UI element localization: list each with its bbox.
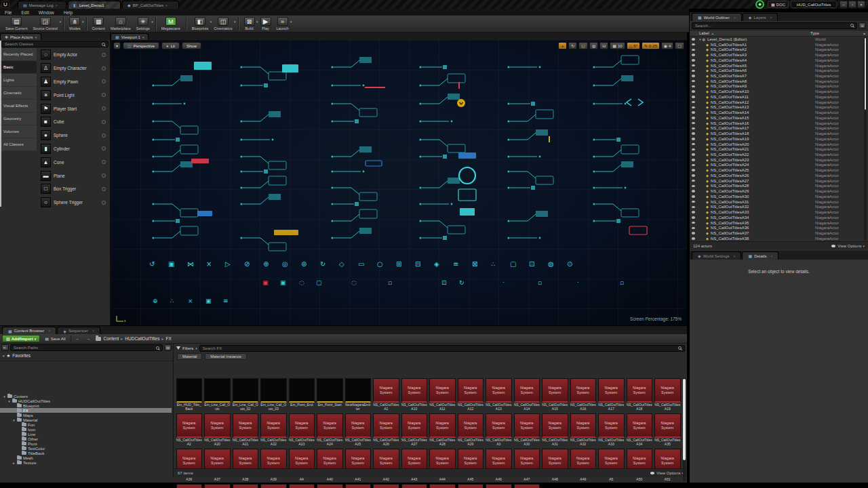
viewport-options-button[interactable]: ▾ — [113, 42, 121, 49]
sources-toggle-button[interactable]: ⇤ — [1, 344, 9, 351]
eye-icon[interactable] — [692, 180, 695, 182]
outliner-settings-button[interactable]: ⊞ — [859, 22, 866, 29]
asset-tile[interactable]: NiagaraSystemNS_CallOutTitlesA48 — [541, 448, 570, 483]
menu-help[interactable]: Help — [59, 10, 77, 15]
left-scrollbar[interactable] — [0, 41, 1, 207]
asset-tile[interactable]: NiagaraSystemNS_CallOutTitlesA43 — [400, 448, 429, 483]
play-button[interactable]: ▶Play — [258, 16, 274, 32]
asset-scrollbar[interactable] — [683, 378, 686, 481]
menu-window[interactable]: Window — [34, 10, 59, 15]
outliner-row[interactable]: ◆NS_CallOutTitlesA18NiagaraActor — [690, 131, 868, 136]
lit-button[interactable]: ●Lit — [161, 42, 180, 49]
eye-icon[interactable] — [692, 211, 695, 214]
category-lights[interactable]: Lights — [0, 74, 37, 87]
outliner-row[interactable]: ◆NS_CallOutTitlesA14NiagaraActor — [690, 110, 868, 115]
column-label[interactable]: Label — [690, 31, 709, 35]
asset-tile[interactable]: NiagaraSystemNS_CallOutTitlesA33 — [597, 413, 626, 447]
asset-tile[interactable]: Em_Line_Call_Outs_03 — [260, 378, 288, 412]
outliner-row[interactable]: ◆NS_CallOutTitlesA8NiagaraActor — [690, 79, 868, 84]
asset-tile[interactable]: NiagaraSystemNS_CallOutTitlesA37 — [203, 448, 232, 483]
asset-tile[interactable]: NiagaraSystemNS_CallOutTitlesA31 — [541, 413, 570, 447]
eye-icon[interactable] — [692, 54, 695, 56]
asset-tile[interactable]: NiagaraSystemNS_CallOutTitlesA28 — [429, 413, 457, 447]
asset-tile[interactable]: NiagaraSystemNS_CallOutTitlesA14 — [513, 378, 541, 412]
eye-icon[interactable] — [692, 222, 695, 224]
scale-snap-button[interactable]: ✎0.25 — [642, 42, 660, 49]
eye-icon[interactable] — [692, 70, 695, 73]
minimize-button[interactable]: – — [840, 1, 848, 8]
add-import-button[interactable]: ▧Add/Import▾ — [2, 335, 40, 342]
outliner-row[interactable]: ◆NS_CallOutTitlesA15NiagaraActor — [690, 115, 868, 121]
eye-icon[interactable] — [692, 43, 695, 46]
asset-tile[interactable]: NiagaraSystemNS_CallOutTitlesA49 — [569, 448, 597, 483]
folder-hudcallouttitles[interactable]: ▾HUDCallOutTitles — [0, 399, 172, 403]
asset-tile[interactable]: NiagaraSystemNS_CallOutTitlesA4 — [288, 448, 316, 483]
doc-button[interactable]: ▦DOC — [768, 1, 789, 8]
modes-button[interactable]: ⋔Modes▾ — [66, 16, 83, 32]
eye-icon[interactable] — [692, 90, 695, 93]
outliner-row[interactable]: ◆NS_CallOutTitlesA20NiagaraActor — [690, 142, 868, 147]
eye-icon[interactable] — [692, 106, 695, 109]
place-item-cone[interactable]: ▲Cone — [37, 155, 110, 169]
asset-tile[interactable]: NewNiagaraEmitter — [344, 378, 372, 412]
favorites-row[interactable]: ▾ ★ Favorites — [0, 352, 173, 359]
asset-tile[interactable]: NiagaraSystemNS_CallOutTitlesA23 — [288, 413, 316, 447]
rotation-snap-button[interactable]: △5° — [627, 42, 640, 49]
eye-icon[interactable] — [692, 49, 695, 52]
asset-tile[interactable]: NiagaraSystemNS_CallOutTitlesA12 — [456, 378, 485, 412]
scale-tool-button[interactable]: ◱ — [578, 42, 588, 49]
asset-tile[interactable]: NiagaraSystem — [485, 483, 513, 488]
eye-icon[interactable] — [692, 111, 695, 114]
camera-speed-button[interactable]: ◉4 — [661, 42, 674, 49]
eye-icon[interactable] — [692, 159, 695, 161]
show-button[interactable]: Show — [182, 42, 201, 49]
outliner-row[interactable]: ◆NS_CallOutTitlesA36NiagaraActor — [690, 225, 868, 230]
eye-icon[interactable] — [692, 206, 695, 209]
asset-tile[interactable]: NiagaraSystem — [288, 483, 316, 488]
asset-tile[interactable]: NiagaraSystemNS_CallOutTitlesA3 — [485, 413, 513, 447]
folder-textcolor[interactable]: TextColor — [0, 446, 172, 451]
outliner-row[interactable]: ◆NS_CallOutTitlesA3NiagaraActor — [690, 52, 868, 58]
eye-icon[interactable] — [692, 101, 695, 104]
eye-icon[interactable] — [692, 232, 695, 235]
outliner-row[interactable]: ◆NS_CallOutTitlesA10NiagaraActor — [690, 89, 868, 94]
asset-tile[interactable]: NiagaraSystemNS_CallOutTitlesA39 — [260, 448, 288, 483]
eye-icon[interactable] — [692, 164, 695, 167]
asset-tile[interactable]: NiagaraSystemNS_CallOutTitlesA22 — [260, 413, 288, 447]
breadcrumb-fx[interactable]: FX — [165, 336, 171, 341]
blueprints-button[interactable]: ◧Blueprints▾ — [189, 16, 211, 32]
place-item-sphere-trigger[interactable]: ○Sphere Trigger — [37, 196, 110, 209]
outliner-scrollbar[interactable] — [864, 37, 867, 241]
filters-button[interactable]: Filters — [182, 346, 193, 350]
megascans-button[interactable]: MMegascans — [159, 16, 183, 32]
tab-layers[interactable]: ◈Layers× — [743, 13, 778, 21]
outliner-row[interactable]: ◆NS_CallOutTitlesA35NiagaraActor — [690, 220, 868, 226]
folder-fun[interactable]: Fun — [0, 422, 172, 427]
build-button[interactable]: ⊠Build▾ — [241, 16, 258, 32]
eye-icon[interactable] — [692, 153, 695, 156]
source-control-button[interactable]: ◲Source Control▾ — [30, 16, 60, 32]
outliner-row[interactable]: ◆NS_CallOutTitlesA30NiagaraActor — [690, 194, 868, 199]
outliner-search-input[interactable]: Search... — [692, 22, 857, 29]
outliner-row[interactable]: ◆NS_CallOutTitlesA7NiagaraActor — [690, 73, 868, 79]
asset-tile[interactable]: NiagaraSystem — [372, 483, 401, 488]
eye-icon[interactable] — [692, 169, 695, 171]
asset-tile[interactable]: Em_Point_End — [288, 378, 316, 412]
back-button[interactable]: ← — [74, 335, 82, 342]
asset-tile[interactable]: NiagaraSystemNS_CallOutTitlesA1 — [372, 378, 401, 412]
outliner-row[interactable]: ◆NS_CallOutTitlesA11NiagaraActor — [690, 94, 868, 100]
eye-icon[interactable] — [692, 195, 695, 198]
tab-world-settings[interactable]: ◈World Settings× — [692, 251, 741, 260]
outliner-row[interactable]: ◆NS_CallOutTitlesA29NiagaraActor — [690, 188, 868, 194]
eye-icon[interactable] — [692, 127, 695, 130]
asset-tile[interactable]: NiagaraSystemNS_CallOutTitlesA10 — [400, 378, 429, 412]
coordinate-system-button[interactable]: ◍ — [589, 42, 598, 49]
folder-fx[interactable]: FX — [0, 408, 172, 413]
translate-tool-button[interactable]: + — [558, 42, 567, 49]
asset-tile[interactable]: NiagaraSystemNS_CallOutTitlesA40 — [316, 448, 344, 483]
eye-icon[interactable] — [692, 117, 695, 119]
tab-viewport-1[interactable]: ▦ Viewport 1 ▾ — [111, 33, 149, 40]
asset-tile[interactable]: NiagaraSystem — [203, 483, 232, 488]
asset-tile[interactable]: Em_Line_Call_Outs_02 — [231, 378, 260, 412]
category-recently-placed[interactable]: Recently Placed — [0, 48, 37, 61]
